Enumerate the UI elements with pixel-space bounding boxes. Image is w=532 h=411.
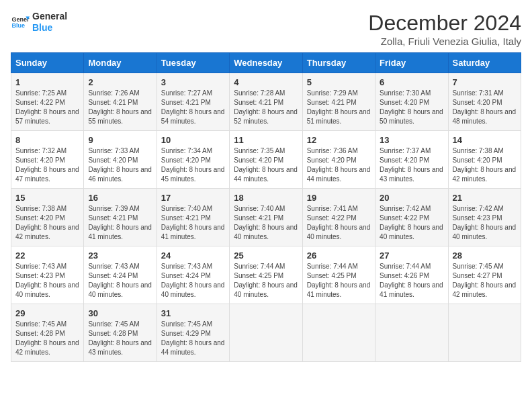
day-number: 30 bbox=[88, 308, 152, 318]
calendar-cell: 19 Sunrise: 7:41 AMSunset: 4:22 PMDaylig… bbox=[302, 189, 375, 246]
day-info: Sunrise: 7:37 AMSunset: 4:20 PMDaylight:… bbox=[380, 147, 443, 183]
header-saturday: Saturday bbox=[448, 53, 521, 73]
day-info: Sunrise: 7:30 AMSunset: 4:20 PMDaylight:… bbox=[380, 89, 443, 125]
calendar-cell: 31 Sunrise: 7:45 AMSunset: 4:29 PMDaylig… bbox=[157, 304, 229, 362]
logo-text-general: General bbox=[32, 11, 67, 22]
title-block: December 2024 Zolla, Friuli Venezia Giul… bbox=[368, 11, 521, 47]
calendar-cell: 21 Sunrise: 7:42 AMSunset: 4:23 PMDaylig… bbox=[448, 189, 521, 246]
day-number: 6 bbox=[380, 77, 443, 87]
day-number: 8 bbox=[15, 135, 79, 145]
day-info: Sunrise: 7:44 AMSunset: 4:25 PMDaylight:… bbox=[234, 263, 298, 298]
day-info: Sunrise: 7:43 AMSunset: 4:23 PMDaylight:… bbox=[15, 263, 79, 298]
calendar-cell: 29 Sunrise: 7:45 AMSunset: 4:28 PMDaylig… bbox=[11, 304, 84, 362]
day-number: 14 bbox=[453, 135, 517, 145]
calendar-cell: 4 Sunrise: 7:28 AMSunset: 4:21 PMDayligh… bbox=[230, 73, 302, 131]
day-number: 11 bbox=[234, 135, 298, 145]
day-number: 1 bbox=[15, 77, 79, 87]
day-info: Sunrise: 7:45 AMSunset: 4:29 PMDaylight:… bbox=[161, 320, 225, 356]
location-subtitle: Zolla, Friuli Venezia Giulia, Italy bbox=[368, 36, 521, 47]
header-monday: Monday bbox=[84, 53, 157, 73]
calendar-cell bbox=[230, 304, 302, 362]
calendar-cell: 24 Sunrise: 7:43 AMSunset: 4:24 PMDaylig… bbox=[157, 246, 229, 304]
logo: General Blue General Blue bbox=[11, 11, 67, 34]
day-number: 5 bbox=[307, 77, 371, 87]
day-number: 9 bbox=[88, 135, 152, 145]
day-info: Sunrise: 7:34 AMSunset: 4:20 PMDaylight:… bbox=[161, 147, 225, 183]
calendar-cell: 27 Sunrise: 7:44 AMSunset: 4:26 PMDaylig… bbox=[375, 246, 448, 304]
calendar-week-row: 15 Sunrise: 7:38 AMSunset: 4:20 PMDaylig… bbox=[11, 189, 521, 246]
calendar-cell bbox=[302, 304, 375, 362]
calendar-week-row: 22 Sunrise: 7:43 AMSunset: 4:23 PMDaylig… bbox=[11, 246, 521, 304]
day-info: Sunrise: 7:42 AMSunset: 4:22 PMDaylight:… bbox=[380, 205, 443, 240]
page-header: General Blue General Blue December 2024 … bbox=[11, 11, 521, 47]
day-number: 21 bbox=[453, 193, 517, 203]
day-number: 19 bbox=[307, 193, 371, 203]
calendar-cell: 22 Sunrise: 7:43 AMSunset: 4:23 PMDaylig… bbox=[11, 246, 84, 304]
calendar-cell: 18 Sunrise: 7:40 AMSunset: 4:21 PMDaylig… bbox=[230, 189, 302, 246]
header-sunday: Sunday bbox=[11, 53, 84, 73]
calendar-cell: 16 Sunrise: 7:39 AMSunset: 4:21 PMDaylig… bbox=[84, 189, 157, 246]
calendar-cell: 13 Sunrise: 7:37 AMSunset: 4:20 PMDaylig… bbox=[375, 131, 448, 189]
svg-text:Blue: Blue bbox=[11, 22, 25, 29]
header-friday: Friday bbox=[375, 53, 448, 73]
calendar-header-row: SundayMondayTuesdayWednesdayThursdayFrid… bbox=[11, 53, 521, 73]
day-number: 17 bbox=[161, 193, 225, 203]
day-number: 2 bbox=[88, 77, 152, 87]
calendar-cell: 23 Sunrise: 7:43 AMSunset: 4:24 PMDaylig… bbox=[84, 246, 157, 304]
day-number: 20 bbox=[380, 193, 443, 203]
header-thursday: Thursday bbox=[302, 53, 375, 73]
day-info: Sunrise: 7:42 AMSunset: 4:23 PMDaylight:… bbox=[453, 205, 517, 240]
day-info: Sunrise: 7:44 AMSunset: 4:26 PMDaylight:… bbox=[380, 263, 443, 298]
calendar-week-row: 29 Sunrise: 7:45 AMSunset: 4:28 PMDaylig… bbox=[11, 304, 521, 362]
day-number: 12 bbox=[307, 135, 371, 145]
day-number: 15 bbox=[15, 193, 79, 203]
calendar-cell: 8 Sunrise: 7:32 AMSunset: 4:20 PMDayligh… bbox=[11, 131, 84, 189]
calendar-cell: 28 Sunrise: 7:45 AMSunset: 4:27 PMDaylig… bbox=[448, 246, 521, 304]
calendar-cell bbox=[375, 304, 448, 362]
day-number: 24 bbox=[161, 250, 225, 261]
calendar-table: SundayMondayTuesdayWednesdayThursdayFrid… bbox=[11, 52, 521, 362]
month-title: December 2024 bbox=[368, 11, 521, 36]
day-info: Sunrise: 7:26 AMSunset: 4:21 PMDaylight:… bbox=[88, 89, 152, 125]
day-info: Sunrise: 7:45 AMSunset: 4:28 PMDaylight:… bbox=[88, 320, 152, 356]
day-number: 13 bbox=[380, 135, 443, 145]
day-info: Sunrise: 7:45 AMSunset: 4:28 PMDaylight:… bbox=[15, 320, 79, 356]
day-info: Sunrise: 7:41 AMSunset: 4:22 PMDaylight:… bbox=[307, 205, 371, 240]
day-number: 28 bbox=[453, 250, 517, 261]
day-info: Sunrise: 7:33 AMSunset: 4:20 PMDaylight:… bbox=[88, 147, 152, 183]
day-number: 31 bbox=[161, 308, 225, 318]
day-info: Sunrise: 7:36 AMSunset: 4:20 PMDaylight:… bbox=[307, 147, 371, 183]
day-info: Sunrise: 7:45 AMSunset: 4:27 PMDaylight:… bbox=[453, 263, 517, 298]
calendar-cell: 10 Sunrise: 7:34 AMSunset: 4:20 PMDaylig… bbox=[157, 131, 229, 189]
logo-text-blue: Blue bbox=[32, 22, 67, 34]
calendar-cell: 5 Sunrise: 7:29 AMSunset: 4:21 PMDayligh… bbox=[302, 73, 375, 131]
day-info: Sunrise: 7:28 AMSunset: 4:21 PMDaylight:… bbox=[234, 89, 298, 125]
header-wednesday: Wednesday bbox=[230, 53, 302, 73]
day-info: Sunrise: 7:31 AMSunset: 4:20 PMDaylight:… bbox=[453, 89, 517, 125]
calendar-cell: 1 Sunrise: 7:25 AMSunset: 4:22 PMDayligh… bbox=[11, 73, 84, 131]
calendar-cell: 12 Sunrise: 7:36 AMSunset: 4:20 PMDaylig… bbox=[302, 131, 375, 189]
day-info: Sunrise: 7:27 AMSunset: 4:21 PMDaylight:… bbox=[161, 89, 225, 125]
calendar-cell: 17 Sunrise: 7:40 AMSunset: 4:21 PMDaylig… bbox=[157, 189, 229, 246]
day-info: Sunrise: 7:43 AMSunset: 4:24 PMDaylight:… bbox=[88, 263, 152, 298]
day-info: Sunrise: 7:29 AMSunset: 4:21 PMDaylight:… bbox=[307, 89, 371, 125]
day-info: Sunrise: 7:40 AMSunset: 4:21 PMDaylight:… bbox=[234, 205, 298, 240]
calendar-cell: 25 Sunrise: 7:44 AMSunset: 4:25 PMDaylig… bbox=[230, 246, 302, 304]
day-number: 25 bbox=[234, 250, 298, 261]
day-info: Sunrise: 7:43 AMSunset: 4:24 PMDaylight:… bbox=[161, 263, 225, 298]
calendar-cell: 9 Sunrise: 7:33 AMSunset: 4:20 PMDayligh… bbox=[84, 131, 157, 189]
day-info: Sunrise: 7:40 AMSunset: 4:21 PMDaylight:… bbox=[161, 205, 225, 240]
logo-icon: General Blue bbox=[11, 13, 30, 32]
calendar-cell: 20 Sunrise: 7:42 AMSunset: 4:22 PMDaylig… bbox=[375, 189, 448, 246]
day-number: 7 bbox=[453, 77, 517, 87]
day-number: 23 bbox=[88, 250, 152, 261]
calendar-cell: 26 Sunrise: 7:44 AMSunset: 4:25 PMDaylig… bbox=[302, 246, 375, 304]
day-number: 18 bbox=[234, 193, 298, 203]
day-info: Sunrise: 7:39 AMSunset: 4:21 PMDaylight:… bbox=[88, 205, 152, 240]
day-info: Sunrise: 7:35 AMSunset: 4:20 PMDaylight:… bbox=[234, 147, 298, 183]
calendar-week-row: 8 Sunrise: 7:32 AMSunset: 4:20 PMDayligh… bbox=[11, 131, 521, 189]
day-number: 27 bbox=[380, 250, 443, 261]
header-tuesday: Tuesday bbox=[157, 53, 229, 73]
day-number: 10 bbox=[161, 135, 225, 145]
day-info: Sunrise: 7:38 AMSunset: 4:20 PMDaylight:… bbox=[15, 205, 79, 240]
